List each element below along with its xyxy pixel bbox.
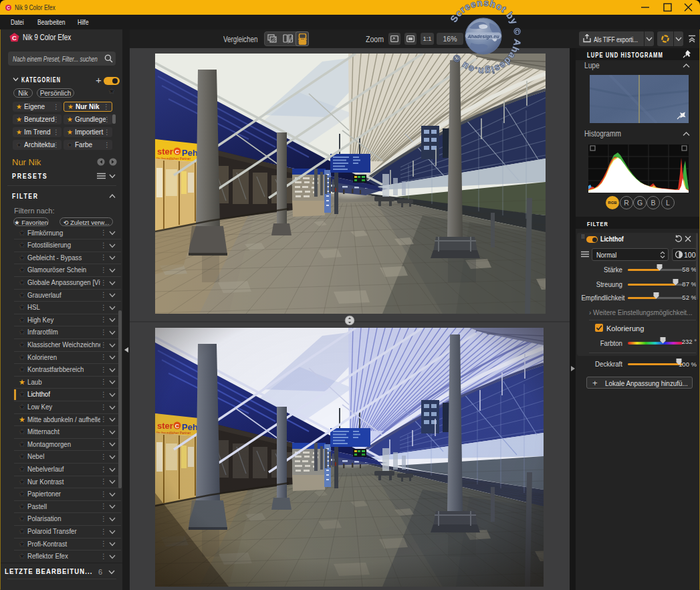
svg-text:C: C bbox=[12, 34, 17, 41]
svg-text:ster: ster bbox=[157, 146, 173, 157]
svg-text:C: C bbox=[175, 149, 180, 155]
svg-text:Ahadesign.eu: Ahadesign.eu bbox=[467, 33, 499, 39]
svg-text:C: C bbox=[7, 5, 10, 10]
